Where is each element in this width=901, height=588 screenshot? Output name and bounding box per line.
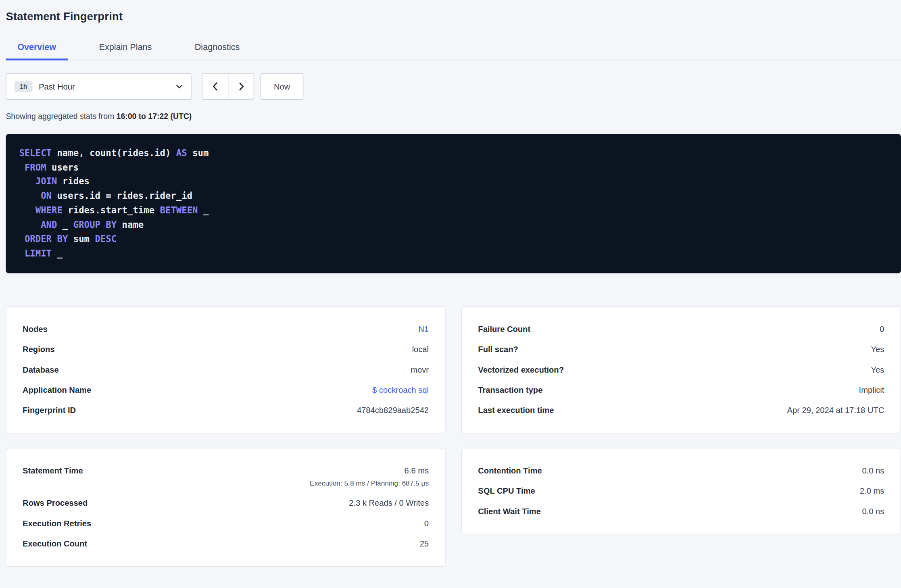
time-range-dropdown[interactable]: 1h Past Hour xyxy=(6,73,191,100)
summary-row: Execution Retries0 xyxy=(23,513,429,534)
summary-row: Last execution timeApr 29, 2024 at 17:18… xyxy=(478,400,884,420)
row-value: 0.0 ns xyxy=(862,507,884,516)
summary-row: Failure Count0 xyxy=(478,319,884,339)
row-label: Contention Time xyxy=(478,466,542,475)
summary-row: Contention Time0.0 ns xyxy=(478,461,884,481)
row-value-group: Yes xyxy=(871,345,884,354)
row-value: 0.0 ns xyxy=(862,466,884,475)
row-label: Fingerprint ID xyxy=(23,406,76,415)
tab-bar: Overview Explain Plans Diagnostics xyxy=(6,35,901,60)
row-label: Transaction type xyxy=(478,385,542,394)
row-value-link[interactable]: N1 xyxy=(418,324,429,334)
summary-row: Execution Count25 xyxy=(23,534,429,554)
summary-row: Vectorized execution?Yes xyxy=(478,359,884,379)
summary-row: Client Wait Time0.0 ns xyxy=(478,501,884,521)
row-value-group: Implicit xyxy=(859,385,884,394)
row-value: 0 xyxy=(424,519,429,528)
row-value: Yes xyxy=(871,365,884,374)
stats-caption-range: 16:00 to 17:22 (UTC) xyxy=(117,112,192,121)
row-label: Full scan? xyxy=(478,345,518,354)
row-value-group: 0.0 ns xyxy=(862,507,884,516)
summary-row: NodesN1 xyxy=(23,319,429,339)
now-button[interactable]: Now xyxy=(261,73,303,100)
row-value-group: movr xyxy=(411,365,429,374)
row-value: 25 xyxy=(420,539,429,548)
summary-cards-grid: NodesN1RegionslocalDatabasemovrApplicati… xyxy=(6,306,901,567)
row-value-group: Apr 29, 2024 at 17:18 UTC xyxy=(787,406,884,415)
sql-statement-box: SELECT name, count(rides.id) AS sum FROM… xyxy=(6,134,901,273)
row-subvalue: Execution: 5.8 ms / Planning: 687.5 µs xyxy=(310,479,429,487)
sql-line: WHERE rides.start_time BETWEEN _ xyxy=(19,204,887,218)
row-value: Implicit xyxy=(859,385,884,394)
row-label: Last execution time xyxy=(478,406,554,415)
row-value-group: 2.0 ms xyxy=(860,486,884,496)
sql-line: LIMIT _ xyxy=(19,246,887,261)
sql-line: FROM users xyxy=(19,161,887,175)
row-value-group: 25 xyxy=(420,539,429,548)
row-label: Execution Retries xyxy=(23,519,91,528)
row-value: local xyxy=(412,345,429,354)
sql-line: ON users.id = rides.rider_id xyxy=(19,189,887,204)
tab-overview[interactable]: Overview xyxy=(6,35,68,60)
row-value-group: Yes xyxy=(871,365,884,374)
prev-interval-button[interactable] xyxy=(202,74,228,99)
next-interval-button[interactable] xyxy=(228,74,253,99)
summary-row: Databasemovr xyxy=(23,359,429,379)
row-label: Failure Count xyxy=(478,324,530,334)
sql-line: SELECT name, count(rides.id) AS sum xyxy=(19,146,887,161)
summary-row: Rows Processed2.3 k Reads / 0 Writes xyxy=(23,493,429,513)
row-label: SQL CPU Time xyxy=(478,486,535,496)
row-value-group: N1 xyxy=(418,324,429,334)
row-value-group: 4784cb829aab2542 xyxy=(357,406,429,415)
sql-line: JOIN rides xyxy=(19,175,887,190)
row-value: 2.0 ms xyxy=(860,486,884,496)
row-value-group: 0.0 ns xyxy=(862,466,884,475)
row-label: Database xyxy=(23,365,59,374)
time-range-label: Past Hour xyxy=(39,82,169,91)
stats-caption: Showing aggregated stats from 16:00 to 1… xyxy=(6,112,901,121)
row-label: Nodes xyxy=(23,324,48,334)
stats-caption-prefix: Showing aggregated stats from xyxy=(6,112,116,121)
row-value: 4784cb829aab2542 xyxy=(357,406,429,415)
chevron-right-icon xyxy=(238,82,244,91)
tab-explain-plans[interactable]: Explain Plans xyxy=(88,35,163,60)
summary-row: Application Name$ cockroach sql xyxy=(23,380,429,400)
statement-fingerprint-page: Statement Fingerprint Overview Explain P… xyxy=(0,0,901,588)
row-value-group: local xyxy=(412,345,429,354)
timing-card-right: Contention Time0.0 nsSQL CPU Time2.0 msC… xyxy=(461,448,901,534)
timing-card-left: Statement Time6.6 msExecution: 5.8 ms / … xyxy=(6,448,445,567)
summary-row: SQL CPU Time2.0 ms xyxy=(478,481,884,501)
row-value-link[interactable]: $ cockroach sql xyxy=(372,385,429,394)
row-value-group: 6.6 msExecution: 5.8 ms / Planning: 687.… xyxy=(310,466,429,487)
row-label: Vectorized execution? xyxy=(478,365,564,374)
row-value-group: 0 xyxy=(424,519,429,528)
row-label: Application Name xyxy=(23,385,91,394)
chevron-left-icon xyxy=(212,82,218,91)
interval-pager xyxy=(202,73,254,100)
row-label: Client Wait Time xyxy=(478,507,541,516)
row-value: Yes xyxy=(871,345,884,354)
time-toolbar: 1h Past Hour Now xyxy=(6,73,901,100)
sql-line: ORDER BY sum DESC xyxy=(19,232,887,247)
row-value: 6.6 ms xyxy=(405,466,429,475)
row-label: Execution Count xyxy=(23,539,87,548)
row-value-group: $ cockroach sql xyxy=(372,385,429,394)
row-value: 0 xyxy=(880,324,884,334)
sql-line: AND _ GROUP BY name xyxy=(19,218,887,232)
time-interval-badge: 1h xyxy=(15,81,32,92)
summary-row: Statement Time6.6 msExecution: 5.8 ms / … xyxy=(23,461,429,493)
row-value: Apr 29, 2024 at 17:18 UTC xyxy=(787,406,884,415)
row-label: Rows Processed xyxy=(23,498,88,508)
tab-diagnostics[interactable]: Diagnostics xyxy=(183,35,251,60)
row-value-group: 2.3 k Reads / 0 Writes xyxy=(349,498,429,508)
page-title: Statement Fingerprint xyxy=(6,10,901,23)
summary-row: Transaction typeImplicit xyxy=(478,380,884,400)
summary-row: Full scan?Yes xyxy=(478,339,884,359)
row-value: movr xyxy=(411,365,429,374)
row-value-group: 0 xyxy=(880,324,884,334)
details-card-left: NodesN1RegionslocalDatabasemovrApplicati… xyxy=(6,306,445,433)
details-card-right: Failure Count0Full scan?YesVectorized ex… xyxy=(461,306,901,433)
row-label: Statement Time xyxy=(23,466,83,475)
summary-row: Regionslocal xyxy=(23,339,429,359)
chevron-down-icon xyxy=(176,84,183,89)
